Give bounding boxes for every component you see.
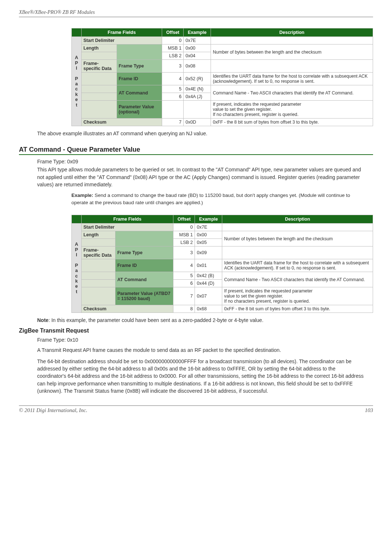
cell: Command Name - Two ASCII characters that… [222,272,373,287]
cell [222,224,373,231]
cell [222,246,373,259]
row-fsd: Frame-specific Data [82,60,117,73]
cell: 0x0D [184,119,211,126]
hdr-description: Description [211,28,373,37]
cell: If present, indicates the requested para… [211,101,373,119]
cell: Number of bytes between the length and t… [211,44,373,60]
cell [82,272,115,280]
row-start-delimiter: Start Delimiter [82,224,173,231]
hdr-offset: Offset [173,215,195,224]
row-at-command: AT Command [117,85,162,101]
cell: Identifies the UART data frame for the h… [211,73,373,85]
cell [115,231,173,246]
cell: 0 [173,224,195,231]
cell: 4 [173,259,195,272]
footer-copyright: © 2011 Digi International, Inc. [19,407,87,414]
cell: 5 [173,272,195,280]
cell: 0x44 (D) [195,280,222,287]
cell: If present, indicates the requested para… [222,287,373,305]
running-header: XBee®/XBee-PRO® ZB RF Modules [19,9,373,17]
row-checksum: Checksum [82,305,173,313]
example-text: Example: Send a command to change the ba… [71,192,366,206]
cell: Identifies the UART data frame for the h… [222,259,373,272]
hdr-blank [72,28,82,37]
cell: MSB 1 [173,231,195,239]
row-at-command: AT Command [115,272,173,287]
cell: 3 [173,246,195,259]
text: value to set the given register. [224,294,283,299]
paragraph: The 64-bit destination address should be… [37,358,365,395]
row-length: Length [82,44,117,52]
cell [82,93,117,101]
row-frame-type: Frame Type [117,60,162,73]
cell: 7 [162,119,184,126]
hdr-blank [72,215,82,224]
cell [82,85,117,93]
api-packet-stripe: APIPacket [72,37,82,126]
cell: 5 [162,85,184,93]
cell: 0x4E (N) [184,85,211,93]
paragraph: A Transmit Request API frame causes the … [37,346,365,354]
section-queue-title: AT Command - Queue Parameter Value [19,146,373,155]
cell: 0x00 [184,44,211,52]
api-packet-stripe: APIPacket [72,224,82,313]
footer: © 2011 Digi International, Inc. 103 [19,405,373,414]
hdr-description: Description [222,215,373,224]
cell [82,52,117,60]
page: XBee®/XBee-PRO® ZB RF Modules Frame Fiel… [0,0,392,421]
cell: 0x42 (B) [195,272,222,280]
hdr-example: Example [184,28,211,37]
cell: 0xFF - the 8 bit sum of bytes from offse… [222,305,373,313]
cell: 0x68 [195,305,222,313]
note-label: Note [37,317,48,323]
text: If present, indicates the requested para… [213,102,301,107]
cell [82,287,115,305]
hdr-example: Example [195,215,222,224]
note-text: : In this example, the parameter could h… [48,317,263,323]
cell: 0xFF - the 8 bit sum of bytes from offse… [211,119,373,126]
cell [162,101,184,119]
cell: 0x04 [184,52,211,60]
cell: 0x00 [195,231,222,239]
hdr-frame-fields: Frame Fields [82,215,173,224]
cell: 6 [173,280,195,287]
row-param-value: Parameter Value (ATBD7 = 115200 baud) [115,287,173,305]
cell: 0x08 [184,60,211,73]
cell: 8 [173,305,195,313]
cell: 3 [162,60,184,73]
cell: 0x07 [195,287,222,305]
cell: LSB 2 [162,52,184,60]
text: If present, indicates the requested para… [224,288,313,294]
cell: Command Name - Two ASCII characters that… [211,85,373,101]
packet-table-a: Frame Fields Offset Example Description … [71,28,373,126]
text: If no characters present, register is qu… [213,112,298,117]
cell [211,60,373,73]
text: value to set the given register. [213,107,272,112]
row-param-value: Parameter Value (optional) [117,101,162,119]
row-start-delimiter: Start Delimiter [82,37,162,44]
cell: 7 [173,287,195,305]
row-length: Length [82,231,115,239]
row-checksum: Checksum [82,119,162,126]
footer-page-number: 103 [365,407,373,414]
note-b: Note: In this example, the parameter cou… [37,317,373,323]
caption-a: The above example illustrates an AT comm… [37,130,365,137]
hdr-offset: Offset [162,28,184,37]
cell: LSB 2 [173,239,195,246]
hdr-frame-fields: Frame Fields [82,28,162,37]
packet-table-b: Frame Fields Offset Example Description … [71,215,373,313]
cell [82,239,115,246]
cell [82,280,115,287]
cell: Number of bytes between the length and t… [222,231,373,246]
cell: 0 [162,37,184,44]
cell [82,259,115,272]
example-label: Example: [71,193,93,198]
example-body: Send a command to change the baud rate (… [71,193,350,205]
row-fsd: Frame-specific Data [82,246,115,259]
cell: 6 [162,93,184,101]
cell: 0x4A (J) [184,93,211,101]
cell: 0x52 (R) [184,73,211,85]
row-frame-type: Frame Type [115,246,173,259]
cell [184,101,211,119]
row-frame-id: Frame ID [115,259,173,272]
